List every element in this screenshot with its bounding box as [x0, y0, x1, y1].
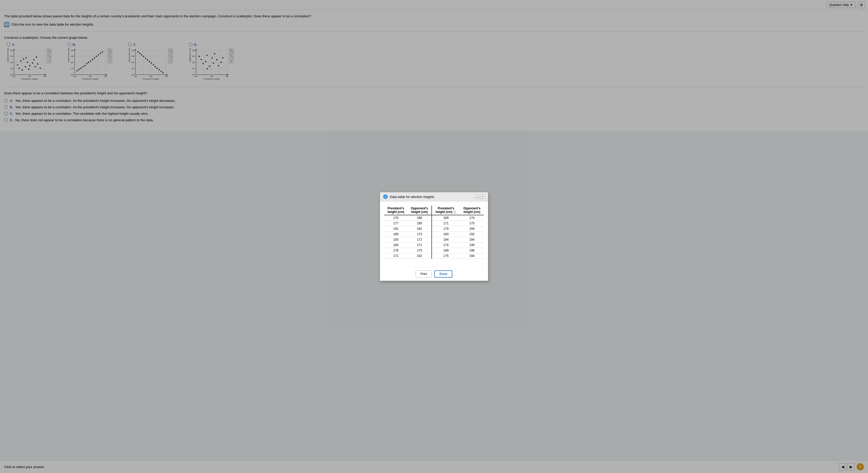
table-row: 184171174190 [384, 242, 484, 248]
col3-header: President'sheight (cm) 📋 [432, 206, 460, 215]
modal-close-button[interactable]: × [480, 195, 485, 199]
table-row: 193172184184 [384, 237, 484, 242]
table-row: 191182179194 [384, 226, 484, 232]
table-row: 171182175194 [384, 253, 484, 259]
col4-header: Opponent'sheight (cm) [460, 206, 484, 215]
data-table-modal: i Data table for election heights — × Pr… [380, 192, 488, 281]
table-row: 177190171175 [384, 221, 484, 226]
modal-controls: — × [474, 195, 485, 199]
modal-footer: Print Done [380, 267, 488, 281]
table-row: 170186169174 [384, 215, 484, 221]
done-button[interactable]: Done [434, 270, 452, 277]
modal-info-icon: i [383, 195, 388, 199]
modal-table-body: 1701861691741771901711751911821791941891… [384, 215, 484, 259]
table-row: 189173183192 [384, 232, 484, 237]
election-data-table: President'sheight (cm) Opponent'sheight … [384, 206, 484, 259]
col2-header: Opponent'sheight (cm) [407, 206, 431, 215]
print-button[interactable]: Print [416, 270, 432, 277]
modal-minimize-button[interactable]: — [474, 195, 479, 199]
modal-title: Data table for election heights [390, 195, 472, 199]
modal-body: President'sheight (cm) Opponent'sheight … [380, 201, 488, 267]
modal-overlay: i Data table for election heights — × Pr… [0, 0, 868, 473]
modal-header: i Data table for election heights — × [380, 192, 488, 201]
col1-header: President'sheight (cm) [384, 206, 407, 215]
table-row: 178175189196 [384, 248, 484, 253]
